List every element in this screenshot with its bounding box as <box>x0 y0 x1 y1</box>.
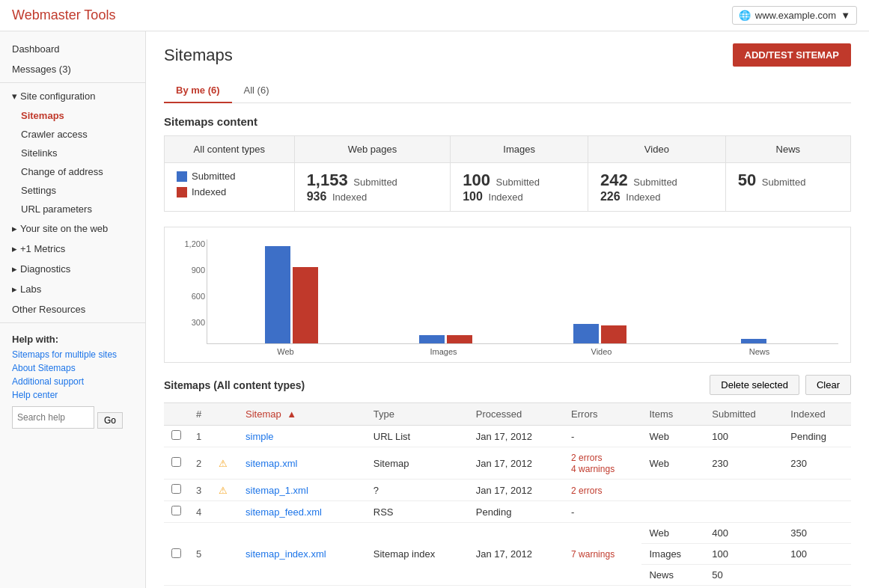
sidebar-item-messages[interactable]: Messages (3) <box>0 59 145 79</box>
sidebar-item-url-parameters[interactable]: URL parameters <box>0 200 145 218</box>
help-link-about-sitemaps[interactable]: About Sitemaps <box>12 363 133 373</box>
sidebar-section-labs[interactable]: ▸ Labs <box>0 279 145 299</box>
row-submitted <box>704 501 783 523</box>
row-items: Web <box>641 586 704 589</box>
row-items: Web <box>641 447 704 480</box>
indexed-color-box <box>177 187 187 197</box>
x-labels: Web Images Video News <box>207 347 838 356</box>
globe-icon: 🌐 <box>739 10 751 21</box>
row-type: Sitemap <box>366 447 469 480</box>
row-indexed <box>783 480 851 501</box>
news-bar-group <box>677 339 831 343</box>
sidebar-section-metrics[interactable]: ▸ +1 Metrics <box>0 239 145 259</box>
y-axis: 1,200 900 600 300 <box>177 239 205 344</box>
row-errors: - <box>564 586 641 589</box>
images-stats-cell: 100 Submitted 100 Indexed <box>451 163 588 212</box>
search-help-button[interactable]: Go <box>97 412 123 429</box>
row-num: 5 <box>189 523 211 586</box>
col-header-submitted: Submitted <box>704 403 783 426</box>
col-header-type: Type <box>366 403 469 426</box>
sidebar-item-sitemaps[interactable]: Sitemaps <box>0 106 145 125</box>
tab-all[interactable]: All (6) <box>232 79 281 103</box>
bars-area <box>207 239 838 344</box>
row-items: News <box>641 565 704 586</box>
y-label-600: 600 <box>177 292 205 301</box>
row-num: 3 <box>189 480 211 501</box>
images-submitted-number: 100 <box>463 171 490 189</box>
col-header-sitemap[interactable]: Sitemap ▲ <box>238 403 366 426</box>
help-link-additional-support[interactable]: Additional support <box>12 376 133 387</box>
row-sitemap: videos.xml <box>238 586 366 589</box>
row-submitted <box>704 480 783 501</box>
images-submitted-bar <box>419 335 445 343</box>
row-checkbox[interactable] <box>164 426 189 447</box>
web-indexed-number: 936 <box>307 190 327 203</box>
row-errors: - <box>564 426 641 447</box>
row-indexed <box>783 565 851 586</box>
chevron-right-icon: ▸ <box>12 223 17 234</box>
chevron-down-icon: ▾ <box>12 91 17 102</box>
row-processed: Jan 17, 2012 <box>469 447 564 480</box>
row-processed: Pending <box>469 501 564 523</box>
col-header-warn <box>211 403 238 426</box>
search-help-input[interactable] <box>12 406 94 429</box>
row-processed: Jan 17, 2012 <box>469 523 564 586</box>
row-processed: Jan 17, 2012 <box>469 480 564 501</box>
video-submitted-label: Submitted <box>633 177 677 188</box>
sidebar-section-your-site[interactable]: ▸ Your site on the web <box>0 218 145 239</box>
submitted-color-box <box>177 171 187 182</box>
row-checkbox[interactable] <box>164 523 189 586</box>
col-header-num: # <box>189 403 211 426</box>
web-submitted-label: Submitted <box>353 177 397 188</box>
sidebar-item-settings[interactable]: Settings <box>0 181 145 200</box>
table-section-title: Sitemaps (All content types) <box>164 379 305 391</box>
row-checkbox[interactable] <box>164 501 189 523</box>
row-checkbox[interactable] <box>164 480 189 501</box>
row-checkbox[interactable] <box>164 447 189 480</box>
sidebar-item-dashboard[interactable]: Dashboard <box>0 39 145 59</box>
help-section: Help with: Sitemaps for multiple sites A… <box>0 326 145 436</box>
web-bar-group <box>215 246 369 343</box>
page-title: Sitemaps <box>164 46 233 65</box>
chart-inner: 1,200 900 600 300 <box>177 239 838 356</box>
sidebar-section-site-config[interactable]: ▾ Site configuration <box>0 86 145 106</box>
sidebar-item-change-of-address[interactable]: Change of address <box>0 162 145 181</box>
tab-by-me[interactable]: By me (6) <box>164 79 232 103</box>
x-label-news: News <box>680 347 838 356</box>
x-label-video: Video <box>522 347 680 356</box>
clear-button[interactable]: Clear <box>805 375 851 395</box>
warning-icon: ⚠ <box>219 458 228 469</box>
row-checkbox[interactable] <box>164 586 189 589</box>
sidebar: Dashboard Messages (3) ▾ Site configurat… <box>0 31 146 588</box>
sidebar-item-crawler-access[interactable]: Crawler access <box>0 125 145 144</box>
table-row: 4 sitemap_feed.xml RSS Pending - <box>164 501 851 523</box>
help-link-sitemaps-multiple[interactable]: Sitemaps for multiple sites <box>12 349 133 360</box>
row-items: Images <box>641 544 704 565</box>
chevron-right-icon: ▸ <box>12 263 17 275</box>
help-link-help-center[interactable]: Help center <box>12 390 133 400</box>
row-type: ? <box>366 480 469 501</box>
delete-selected-button[interactable]: Delete selected <box>710 375 799 395</box>
table-section-header: Sitemaps (All content types) Delete sele… <box>164 375 851 395</box>
table-row: 1 simple URL List Jan 17, 2012 - Web 100… <box>164 426 851 447</box>
sidebar-item-sitelinks[interactable]: Sitelinks <box>0 144 145 162</box>
news-stats-cell: 50 Submitted <box>725 163 850 212</box>
legend-submitted-label: Submitted <box>192 171 236 182</box>
row-indexed: 350 <box>783 523 851 544</box>
sidebar-item-other-resources[interactable]: Other Resources <box>0 299 145 319</box>
sort-arrow-icon: ▲ <box>287 408 296 420</box>
news-submitted-label: Submitted <box>762 177 806 188</box>
video-submitted-bar <box>573 324 599 343</box>
web-submitted-stat: 1,153 Submitted <box>307 171 439 190</box>
row-items <box>641 501 704 523</box>
row-warn <box>211 523 238 586</box>
main-content: Sitemaps ADD/TEST SITEMAP By me (6) All … <box>146 31 869 588</box>
news-submitted-stat: 50 Submitted <box>738 171 838 190</box>
row-type: RSS <box>366 501 469 523</box>
site-selector[interactable]: 🌐 www.example.com ▼ <box>732 6 857 25</box>
row-errors: 2 errors 4 warnings <box>564 447 641 480</box>
y-label-900: 900 <box>177 266 205 275</box>
sidebar-section-diagnostics[interactable]: ▸ Diagnostics <box>0 259 145 279</box>
add-test-sitemap-button[interactable]: ADD/TEST SITEMAP <box>733 43 851 67</box>
row-warn: ⚠ <box>211 447 238 480</box>
